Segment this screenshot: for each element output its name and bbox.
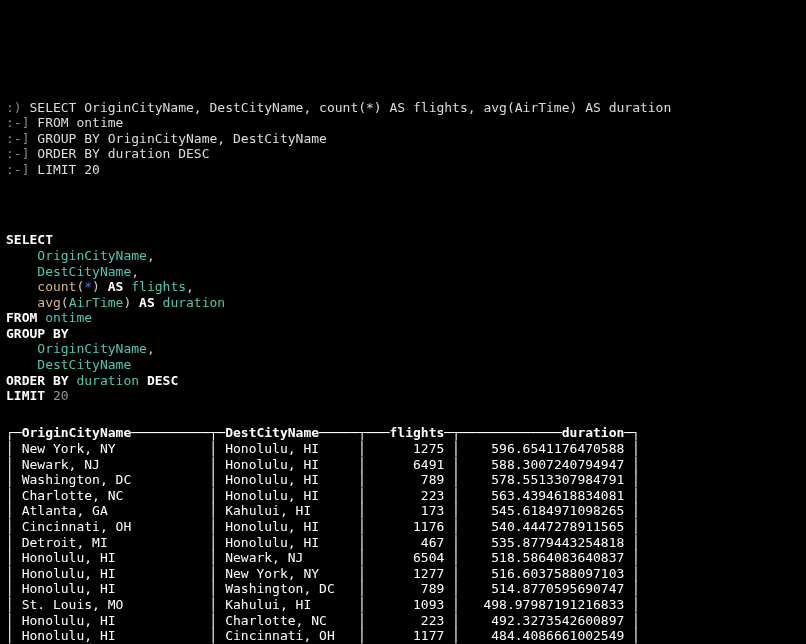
- sql-column: AirTime: [69, 295, 124, 310]
- table-cell: Charlotte, NC: [225, 613, 350, 628]
- table-cell: 588.3007240794947: [468, 457, 625, 472]
- table-cell: 1093: [374, 597, 444, 612]
- table-header-row: ┌─OriginCityName──────────┬─DestCityName…: [6, 425, 640, 440]
- table-cell: Washington, DC: [22, 472, 202, 487]
- sql-column: duration: [76, 373, 139, 388]
- terminal-output: :) SELECT OriginCityName, DestCityName, …: [6, 68, 800, 644]
- table-cell: Newark, NJ: [22, 457, 202, 472]
- table-cell: Detroit, MI: [22, 535, 202, 550]
- table-cell: Honolulu, HI: [22, 550, 202, 565]
- table-cell: New York, NY: [225, 566, 350, 581]
- echo-line: FROM ontime: [37, 115, 123, 130]
- sql-alias: flights: [131, 279, 186, 294]
- sql-keyword-as: AS: [108, 279, 124, 294]
- table-cell: 467: [374, 535, 444, 550]
- table-cell: 535.8779443254818: [468, 535, 625, 550]
- sql-keyword-orderby: ORDER BY: [6, 373, 69, 388]
- table-cell: Washington, DC: [225, 581, 350, 596]
- table-cell: New York, NY: [22, 441, 202, 456]
- sql-keyword-limit: LIMIT: [6, 388, 45, 403]
- prompt-symbol-cont: :-]: [6, 131, 29, 146]
- table-row: │ Honolulu, HI │ Newark, NJ │ 6504 │ 518…: [6, 550, 640, 565]
- sql-column: DestCityName: [37, 264, 131, 279]
- table-cell: 1176: [374, 519, 444, 534]
- sql-star: *: [84, 279, 92, 294]
- table-cell: Kahului, HI: [225, 503, 350, 518]
- sql-alias: duration: [163, 295, 226, 310]
- input-echo: :) SELECT OriginCityName, DestCityName, …: [6, 84, 800, 178]
- table-cell: Cincinnati, OH: [22, 519, 202, 534]
- table-header-cell: ──flights: [374, 425, 444, 440]
- echo-line: LIMIT 20: [37, 162, 100, 177]
- table-cell: 545.6184971098265: [468, 503, 625, 518]
- table-cell: 223: [374, 613, 444, 628]
- table-cell: 518.5864083640837: [468, 550, 625, 565]
- echo-line: ORDER BY duration DESC: [37, 146, 209, 161]
- table-row: │ Atlanta, GA │ Kahului, HI │ 173 │ 545.…: [6, 503, 640, 518]
- sql-function-count: count: [37, 279, 76, 294]
- table-row: │ St. Louis, MO │ Kahului, HI │ 1093 │ 4…: [6, 597, 640, 612]
- echo-line: SELECT OriginCityName, DestCityName, cou…: [29, 100, 671, 115]
- sql-keyword-as: AS: [139, 295, 155, 310]
- sql-keyword-groupby: GROUP BY: [6, 326, 69, 341]
- sql-column: OriginCityName: [37, 248, 147, 263]
- table-cell: 498.97987191216833: [468, 597, 625, 612]
- table-cell: Honolulu, HI: [225, 535, 350, 550]
- sql-keyword-select: SELECT: [6, 232, 53, 247]
- table-row: │ Washington, DC │ Honolulu, HI │ 789 │ …: [6, 472, 640, 487]
- table-cell: 514.8770595690747: [468, 581, 625, 596]
- table-header-cell: OriginCityName─────────: [22, 425, 202, 440]
- table-cell: 484.4086661002549: [468, 628, 625, 643]
- table-row: │ Cincinnati, OH │ Honolulu, HI │ 1176 │…: [6, 519, 640, 534]
- table-cell: Charlotte, NC: [22, 488, 202, 503]
- table-cell: 578.5513307984791: [468, 472, 625, 487]
- table-cell: Cincinnati, OH: [225, 628, 350, 643]
- table-cell: Honolulu, HI: [22, 628, 202, 643]
- table-cell: St. Louis, MO: [22, 597, 202, 612]
- table-cell: 1275: [374, 441, 444, 456]
- table-cell: Kahului, HI: [225, 597, 350, 612]
- table-cell: 173: [374, 503, 444, 518]
- result-table: ┌─OriginCityName──────────┬─DestCityName…: [6, 425, 800, 644]
- table-row: │ Detroit, MI │ Honolulu, HI │ 467 │ 535…: [6, 535, 640, 550]
- sql-number: 20: [53, 388, 69, 403]
- table-cell: 223: [374, 488, 444, 503]
- table-cell: Honolulu, HI: [225, 441, 350, 456]
- table-cell: 596.6541176470588: [468, 441, 625, 456]
- prompt-symbol-cont: :-]: [6, 162, 29, 177]
- sql-keyword-desc: DESC: [147, 373, 178, 388]
- table-cell: 1177: [374, 628, 444, 643]
- table-cell: Honolulu, HI: [22, 581, 202, 596]
- table-row: │ Charlotte, NC │ Honolulu, HI │ 223 │ 5…: [6, 488, 640, 503]
- table-cell: 6504: [374, 550, 444, 565]
- sql-table: ontime: [45, 310, 92, 325]
- table-row: │ Newark, NJ │ Honolulu, HI │ 6491 │ 588…: [6, 457, 640, 472]
- sql-column: OriginCityName: [37, 341, 147, 356]
- table-row: │ Honolulu, HI │ Cincinnati, OH │ 1177 │…: [6, 628, 640, 643]
- sql-keyword-from: FROM: [6, 310, 37, 325]
- table-header-cell: ────────────duration: [468, 425, 625, 440]
- table-cell: Atlanta, GA: [22, 503, 202, 518]
- table-cell: Honolulu, HI: [22, 566, 202, 581]
- table-cell: 540.4447278911565: [468, 519, 625, 534]
- table-row: │ New York, NY │ Honolulu, HI │ 1275 │ 5…: [6, 441, 640, 456]
- table-row: │ Honolulu, HI │ Washington, DC │ 789 │ …: [6, 581, 640, 596]
- table-cell: 563.4394618834081: [468, 488, 625, 503]
- table-cell: Honolulu, HI: [225, 457, 350, 472]
- prompt-symbol: :): [6, 100, 22, 115]
- table-cell: 6491: [374, 457, 444, 472]
- table-cell: 492.3273542600897: [468, 613, 625, 628]
- table-cell: Newark, NJ: [225, 550, 350, 565]
- table-row: │ Honolulu, HI │ Charlotte, NC │ 223 │ 4…: [6, 613, 640, 628]
- echo-line: GROUP BY OriginCityName, DestCityName: [37, 131, 327, 146]
- sql-column: DestCityName: [37, 357, 131, 372]
- table-row: │ Honolulu, HI │ New York, NY │ 1277 │ 5…: [6, 566, 640, 581]
- table-cell: 789: [374, 472, 444, 487]
- prompt-symbol-cont: :-]: [6, 146, 29, 161]
- table-cell: Honolulu, HI: [225, 488, 350, 503]
- table-cell: Honolulu, HI: [225, 519, 350, 534]
- table-cell: 1277: [374, 566, 444, 581]
- prompt-symbol-cont: :-]: [6, 115, 29, 130]
- table-header-cell: DestCityName────: [225, 425, 350, 440]
- table-cell: Honolulu, HI: [225, 472, 350, 487]
